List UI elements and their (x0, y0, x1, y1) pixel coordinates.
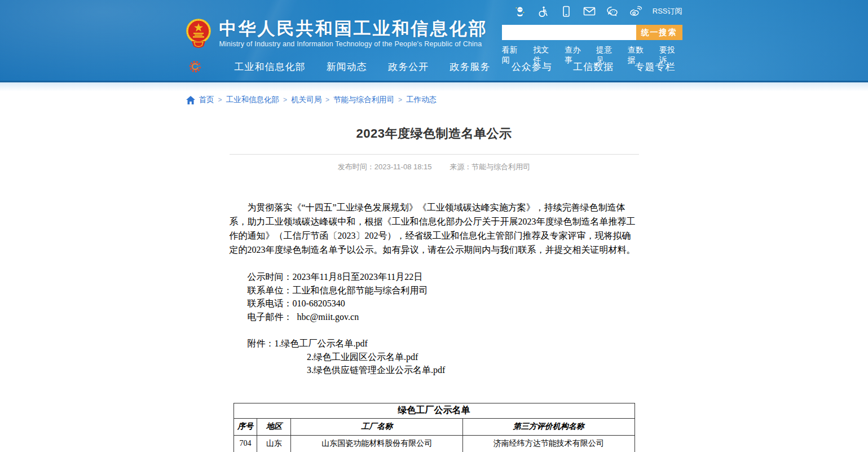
weibo-icon[interactable] (629, 5, 642, 17)
header-fade-strip (0, 82, 868, 91)
attachments-label: 附件： (248, 339, 275, 348)
col-header-index: 序号 (233, 418, 257, 435)
home-icon[interactable] (186, 96, 195, 104)
breadcrumb: 首页 > 工业和信息化部 > 机关司局 > 节能与综合利用司 > 工作动态 (186, 95, 682, 105)
national-emblem-logo (186, 17, 211, 49)
contact-info-block: 公示时间：2023年11月8日至2023年11月22日 联系单位：工业和信息化部… (230, 270, 639, 323)
breadcrumb-miit[interactable]: 工业和信息化部 (226, 95, 280, 105)
ministry-brand: 中华人民共和国工业和信息化部 Ministry of Industry and … (186, 17, 488, 49)
article-meta: 发布时间：2023-11-08 18:15 来源：节能与综合利用司 (230, 162, 639, 172)
breadcrumb-departments[interactable]: 机关司局 (291, 95, 321, 105)
title-divider (230, 154, 639, 155)
wechat-icon[interactable] (606, 5, 619, 17)
cell-factory: 山东国瓷功能材料股份有限公司 (291, 435, 463, 452)
nav-item-gov-services[interactable]: 政务服务 (450, 60, 490, 73)
publicity-period: 公示时间：2023年11月8日至2023年11月22日 (230, 270, 639, 284)
cell-evaluator: 济南经纬方达节能技术有限公司 (462, 435, 635, 452)
mail-icon[interactable] (583, 5, 596, 17)
article-paragraph: 为贯彻落实《“十四五”工业绿色发展规划》《工业领域碳达峰实施方案》，持续完善绿色… (230, 200, 639, 257)
attachment-link-3[interactable]: 3.绿色供应链管理企业公示名单.pdf (307, 365, 445, 375)
breadcrumb-energy-dept[interactable]: 节能与综合利用司 (333, 95, 394, 105)
main-nav: 工业和信息化部 新闻动态 政务公开 政务服务 公众参与 工信数据 专题专栏 (186, 59, 682, 74)
contact-phone: 联系电话：010-68205340 (230, 297, 639, 310)
col-header-region: 地区 (257, 418, 291, 435)
green-factory-table: 绿色工厂公示名单 序号 地区 工厂名称 第三方评价机构名称 704 山东 山东国… (233, 403, 635, 452)
miit-gear-logo-icon (188, 59, 203, 74)
utility-bar: RSS订阅 (514, 5, 682, 17)
nav-item-special-topics[interactable]: 专题专栏 (635, 60, 675, 73)
cell-region: 山东 (257, 435, 291, 452)
breadcrumb-home[interactable]: 首页 (199, 95, 214, 105)
attachment-link-1[interactable]: 1.绿色工厂公示名单.pdf (275, 339, 368, 348)
nav-item-participation[interactable]: 公众参与 (512, 60, 552, 73)
attachments-block: 附件：1.绿色工厂公示名单.pdf 2.绿色工业园区公示名单.pdf 3.绿色供… (230, 337, 639, 377)
nav-item-gov-openness[interactable]: 政务公开 (388, 60, 429, 73)
cell-index: 704 (233, 435, 257, 452)
nav-item-data[interactable]: 工信数据 (573, 60, 614, 73)
page-title: 2023年度绿色制造名单公示 (230, 125, 639, 142)
search-input[interactable] (502, 25, 636, 40)
breadcrumb-work-news[interactable]: 工作动态 (406, 95, 437, 105)
contact-unit: 联系单位：工业和信息化部节能与综合利用司 (230, 284, 639, 297)
site-header: RSS订阅 中华人民共和国工业和信息化部 Ministry of Industr… (0, 0, 868, 82)
table-row: 704 山东 山东国瓷功能材料股份有限公司 济南经纬方达节能技术有限公司 (233, 435, 635, 452)
unified-search-button[interactable]: 统一搜索 (636, 25, 682, 40)
col-header-evaluator: 第三方评价机构名称 (462, 418, 635, 435)
accessibility-icon[interactable] (537, 5, 549, 17)
publish-time: 发布时间：2023-11-08 18:15 (338, 163, 432, 171)
rss-subscribe-link[interactable]: RSS订阅 (653, 6, 682, 16)
attachment-link-2[interactable]: 2.绿色工业园区公示名单.pdf (307, 352, 418, 362)
col-header-factory: 工厂名称 (291, 418, 463, 435)
contact-email: 电子邮件： hbc@miit.gov.cn (230, 310, 639, 324)
mobile-icon[interactable] (560, 5, 572, 17)
ministry-name-cn: 中华人民共和国工业和信息化部 (219, 19, 488, 38)
ministry-name-en: Ministry of Industry and Information Tec… (219, 40, 488, 48)
mascot-icon[interactable] (514, 5, 526, 17)
nav-item-news[interactable]: 新闻动态 (327, 60, 367, 73)
article: 2023年度绿色制造名单公示 发布时间：2023-11-08 18:15 来源：… (230, 125, 639, 377)
article-source: 来源：节能与综合利用司 (450, 163, 530, 171)
nav-item-miit[interactable]: 工业和信息化部 (235, 60, 306, 73)
table-title: 绿色工厂公示名单 (233, 403, 635, 418)
